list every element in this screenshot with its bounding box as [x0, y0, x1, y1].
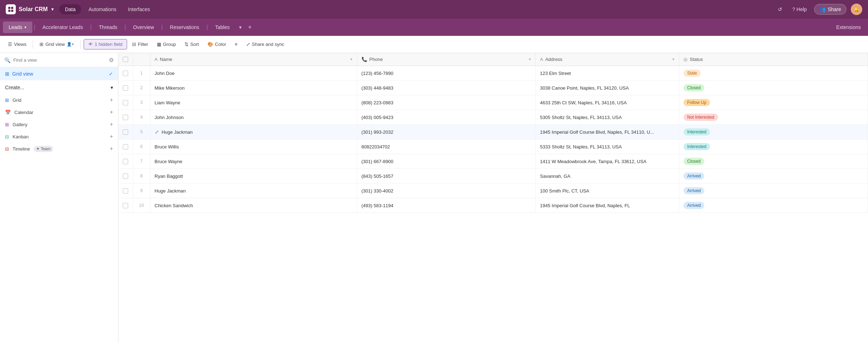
tab-divider-3: |: [124, 24, 127, 30]
row-phone: (301) 993-2032: [361, 129, 393, 135]
history-button[interactable]: ↺: [775, 5, 785, 14]
help-button[interactable]: ? Help: [789, 5, 810, 14]
header-checkbox-col: [118, 53, 133, 66]
tab-more-button[interactable]: ▾: [236, 22, 244, 32]
row-name-cell: Bruce Willis: [150, 139, 357, 154]
row-phone: (303) 448-9483: [361, 85, 393, 91]
fields-button[interactable]: ≡: [231, 39, 241, 49]
header-name[interactable]: A Name ▾: [150, 53, 357, 66]
tab-threads-label: Threads: [99, 24, 117, 30]
hidden-field-button[interactable]: 👁 1 hidden field: [84, 39, 127, 49]
header-phone[interactable]: 📞 Phone ▾: [357, 53, 535, 66]
row-name-cell: ⤢ Huge Jackman: [150, 125, 357, 139]
tab-reservations[interactable]: Reservations: [164, 22, 205, 33]
row-checkbox[interactable]: [123, 71, 128, 76]
app-chevron-icon: ▾: [51, 7, 53, 12]
row-phone: (843) 505-1657: [361, 174, 393, 179]
row-checkbox[interactable]: [123, 159, 128, 164]
search-icon: 🔍: [4, 57, 10, 63]
create-section[interactable]: Create... ▾: [0, 80, 118, 92]
tab-tables[interactable]: Tables: [209, 22, 235, 33]
row-checkbox[interactable]: [123, 203, 128, 208]
row-name-cell: Huge Jackman: [150, 184, 357, 198]
sort-button[interactable]: ⇅ Sort: [181, 39, 202, 49]
team-badge-label: Team: [41, 147, 51, 151]
grid-add-button[interactable]: +: [110, 97, 113, 103]
row-checkbox[interactable]: [123, 188, 128, 194]
interfaces-nav-button[interactable]: Interfaces: [123, 4, 154, 14]
row-checkbox[interactable]: [123, 100, 128, 105]
row-phone: 80822034702: [361, 144, 390, 149]
gallery-item-label: Gallery: [13, 122, 27, 127]
header-address[interactable]: A Address ▾: [536, 53, 679, 66]
row-address: 4633 25th Ct SW, Naples, FL 34116, USA: [540, 100, 627, 105]
row-checkbox-cell: [118, 81, 133, 95]
row-checkbox[interactable]: [123, 129, 128, 135]
row-name: Liam Wayne: [155, 100, 181, 105]
header-status[interactable]: ◎ Status: [679, 53, 868, 66]
row-phone: (123) 456-7890: [361, 71, 393, 76]
create-kanban-item[interactable]: ⊟ Kanban +: [0, 130, 118, 143]
tab-divider-2: |: [89, 24, 92, 30]
row-status-cell: Interested: [679, 125, 868, 139]
row-address: 100 Smith Plc, CT, USA: [540, 188, 589, 194]
svg-rect-2: [8, 10, 10, 12]
timeline-add-button[interactable]: +: [110, 146, 113, 152]
name-sort-icon: ▾: [350, 57, 353, 62]
create-timeline-item[interactable]: ⊟ Timeline ✦ Team +: [0, 143, 118, 155]
row-checkbox[interactable]: [123, 174, 128, 179]
tab-overview[interactable]: Overview: [127, 22, 160, 33]
group-button[interactable]: ▦ Group: [153, 39, 179, 49]
group-icon: ▦: [157, 42, 161, 47]
grid-view-item[interactable]: ⊞ Grid view ✓: [0, 67, 118, 80]
row-checkbox-cell: [118, 198, 133, 213]
create-gallery-item[interactable]: ⊞ Gallery +: [0, 118, 118, 130]
extensions-button[interactable]: Extensions: [832, 22, 865, 32]
row-address-cell: 3038 Canoe Point, Naples, FL 34120, USA: [536, 81, 679, 95]
color-button[interactable]: 🎨 Color: [204, 39, 230, 49]
sidebar-settings-button[interactable]: ⚙: [109, 57, 114, 63]
grid-view-options-icon: 👤▾: [67, 42, 74, 47]
row-name: Ryan Baggott: [155, 174, 183, 179]
row-checkbox[interactable]: [123, 144, 128, 149]
create-grid-item[interactable]: ⊞ Grid +: [0, 94, 118, 106]
toolbar-divider-1: [33, 40, 33, 49]
row-address: 1945 Imperial Golf Course Blvd, Naples, …: [540, 203, 630, 208]
header-checkbox[interactable]: [123, 57, 128, 62]
tab-leads[interactable]: Leads ▾: [3, 22, 32, 33]
views-button[interactable]: ☰ Views: [4, 39, 30, 49]
sidebar-search-input[interactable]: [13, 57, 106, 63]
share-sync-button[interactable]: ⤢ Share and sync: [243, 39, 288, 49]
row-phone-cell: (808) 223-0983: [357, 95, 535, 110]
tab-add-button[interactable]: +: [245, 22, 255, 33]
user-avatar[interactable]: 🔔: [851, 4, 862, 15]
header-row-num: [133, 53, 150, 66]
row-address: 5333 Sholtz St, Naples, FL 34113, USA: [540, 144, 622, 149]
table-row: 3 Liam Wayne (808) 223-0983 4633 25th Ct…: [118, 95, 868, 110]
table-row: 8 Ryan Baggott (843) 505-1657 Savannah, …: [118, 169, 868, 184]
expand-row-icon[interactable]: ⤢: [155, 129, 159, 135]
create-calendar-item[interactable]: 📅 Calendar +: [0, 106, 118, 118]
tab-accelerator-leads[interactable]: Accelerator Leads: [37, 22, 89, 33]
automations-nav-button[interactable]: Automations: [84, 4, 121, 14]
grid-view-button[interactable]: ⊞ Grid view 👤▾: [36, 39, 77, 49]
status-badge: Interested: [683, 128, 710, 136]
tab-threads[interactable]: Threads: [93, 22, 123, 33]
gallery-add-button[interactable]: +: [110, 121, 113, 128]
svg-rect-3: [11, 10, 13, 12]
share-button[interactable]: 👥 Share: [814, 4, 846, 15]
logo-icon: [6, 4, 16, 14]
row-checkbox[interactable]: [123, 85, 128, 91]
row-status-cell: Closed: [679, 154, 868, 169]
row-phone: (301) 667-8900: [361, 159, 393, 164]
filter-button[interactable]: ⊟ Filter: [129, 39, 152, 49]
data-nav-button[interactable]: Data: [59, 4, 81, 14]
row-address-cell: 1945 Imperial Golf Course Blvd, Naples, …: [536, 125, 679, 139]
app-logo[interactable]: Solar CRM ▾: [6, 4, 53, 14]
row-address: 123 Elm Street: [540, 71, 571, 76]
row-phone-cell: (301) 667-8900: [357, 154, 535, 169]
calendar-add-button[interactable]: +: [110, 109, 113, 115]
row-checkbox[interactable]: [123, 115, 128, 120]
tab-overview-label: Overview: [133, 24, 154, 30]
kanban-add-button[interactable]: +: [110, 133, 113, 140]
